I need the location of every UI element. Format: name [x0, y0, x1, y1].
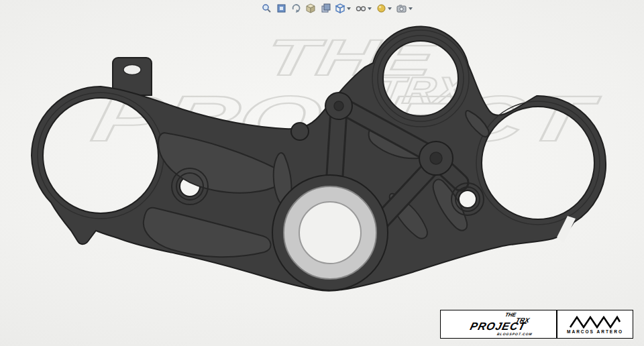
- isometric-view-icon[interactable]: [305, 3, 317, 14]
- author-logo-plate: THE TRX PROJECT BLOGSPOT.COM MARCOS ARTE…: [440, 310, 633, 339]
- plate-the: THE: [504, 312, 517, 318]
- view-settings-icon[interactable]: [395, 3, 414, 14]
- glasses-glyph: [356, 3, 366, 13]
- top-edge-boss: [291, 123, 309, 140]
- plate-blogspot: BLOGSPOT.COM: [496, 332, 533, 336]
- brand-name: MARCOS ARTERO: [567, 329, 623, 334]
- edit-appearance-icon[interactable]: [375, 3, 393, 14]
- stem-hole: [299, 202, 361, 264]
- cube-glyph: [306, 3, 316, 13]
- chevron-down-icon: [388, 7, 392, 10]
- plate-project: PROJECT: [469, 321, 527, 333]
- brand-monogram-icon: [569, 315, 621, 329]
- zoom-icon[interactable]: [260, 3, 273, 14]
- display-cube-glyph: [335, 3, 345, 13]
- appearance-ball-glyph: [376, 3, 386, 13]
- camera-glyph: [396, 3, 407, 13]
- logo-plate-title: THE TRX PROJECT BLOGSPOT.COM: [441, 310, 556, 338]
- rotate-arrow-glyph: [291, 3, 301, 13]
- cad-model-view[interactable]: THE TRX PROJECT BLOGSPOT.COM: [0, 0, 644, 346]
- chevron-down-icon: [347, 7, 351, 10]
- tab-slot-hole: [123, 65, 141, 75]
- view-orientation-icon[interactable]: [275, 3, 288, 14]
- magnifier-glyph: [262, 3, 272, 13]
- steering-stem: [272, 175, 388, 290]
- view-box-glyph: [276, 3, 286, 13]
- hide-show-items-icon[interactable]: [354, 3, 373, 14]
- view-toolbar: [260, 3, 414, 14]
- stack-glyph: [321, 3, 331, 13]
- rotate-view-icon[interactable]: [290, 3, 303, 14]
- cad-viewport[interactable]: THE TRX PROJECT BLOGSPOT.COM: [0, 0, 644, 346]
- chevron-down-icon: [409, 7, 413, 10]
- logo-plate-brand: MARCOS ARTERO: [557, 310, 633, 338]
- appearance-stack-icon[interactable]: [319, 3, 332, 14]
- chevron-down-icon: [368, 7, 372, 10]
- display-style-icon[interactable]: [334, 3, 352, 14]
